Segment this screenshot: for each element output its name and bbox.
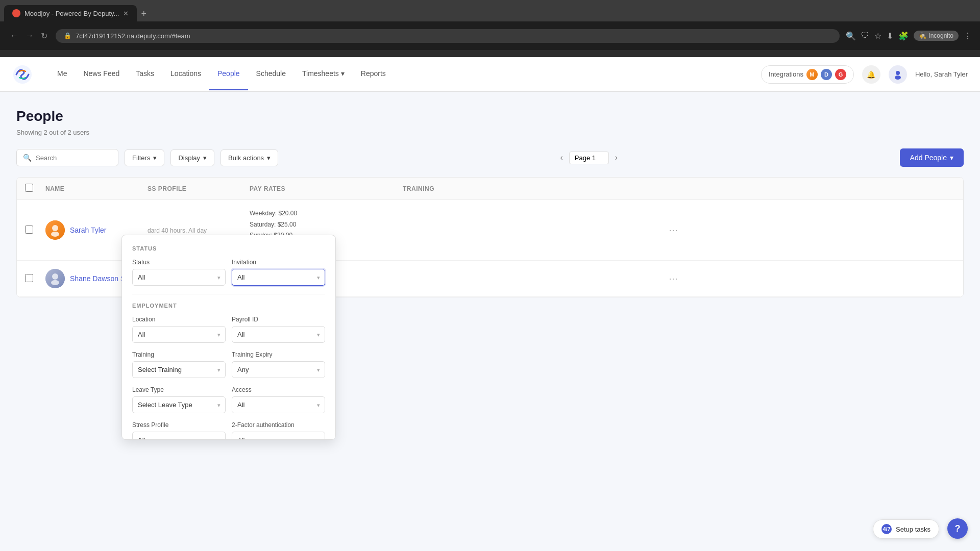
svg-point-7 xyxy=(52,273,58,280)
two-factor-select[interactable]: All xyxy=(232,432,325,439)
training-select-wrap: Select Training xyxy=(132,361,226,378)
next-page-button[interactable]: › xyxy=(611,151,622,164)
nav-reports[interactable]: Reports xyxy=(353,58,394,90)
add-people-button[interactable]: Add People ▾ xyxy=(900,148,964,167)
lock-icon: 🔒 xyxy=(64,32,71,39)
refresh-button[interactable]: ↻ xyxy=(39,29,50,43)
row2-checkbox[interactable] xyxy=(25,274,45,284)
status-field: Status All xyxy=(132,259,226,286)
nav-tasks[interactable]: Tasks xyxy=(128,58,162,90)
location-select[interactable]: All xyxy=(132,326,226,343)
nav-buttons: ← → ↻ xyxy=(8,29,50,43)
location-field: Location All xyxy=(132,316,226,343)
tab-close-button[interactable]: ✕ xyxy=(123,10,129,17)
integration-avatar-2: D xyxy=(821,69,832,80)
tab-favicon xyxy=(12,9,20,17)
url-text: 7cf47d19112152.na.deputy.com/#team xyxy=(76,32,190,40)
browser-actions: 🔍 🛡 ☆ ⬇ 🧩 🕵 Incognito ⋮ xyxy=(846,31,972,41)
select-all-checkbox[interactable] xyxy=(25,184,45,193)
filters-label: Filters xyxy=(132,154,150,162)
app-logo[interactable] xyxy=(12,64,33,85)
header-right: Integrations M D G 🔔 Hello, Sarah Tyler xyxy=(761,65,968,84)
status-select-wrap: All xyxy=(132,269,226,286)
extensions-icon[interactable]: 🧩 xyxy=(898,31,909,41)
training-row: Training Select Training Training Expiry… xyxy=(132,351,325,378)
nav-locations[interactable]: Locations xyxy=(162,58,209,90)
stress-profile-select[interactable]: All xyxy=(132,432,226,439)
training-expiry-label: Training Expiry xyxy=(232,351,325,358)
col-ss-profile: ss Profile xyxy=(148,185,250,192)
prev-page-button[interactable]: ‹ xyxy=(556,151,567,164)
training-expiry-select[interactable]: Any xyxy=(232,361,325,378)
payroll-id-select[interactable]: All xyxy=(232,326,325,343)
training-expiry-select-wrap: Any xyxy=(232,361,325,378)
leave-type-select[interactable]: Select Leave Type xyxy=(132,396,226,413)
access-select[interactable]: All xyxy=(232,396,325,413)
bulk-actions-button[interactable]: Bulk actions ▾ xyxy=(220,149,278,166)
display-button[interactable]: Display ▾ xyxy=(170,149,214,166)
address-input[interactable]: 🔒 7cf47d19112152.na.deputy.com/#team xyxy=(56,29,840,43)
avatar-shane xyxy=(45,269,65,288)
leave-type-select-wrap: Select Leave Type xyxy=(132,396,226,413)
nav-people[interactable]: People xyxy=(209,58,248,90)
help-button[interactable]: ? xyxy=(947,518,968,539)
nav-timesheets[interactable]: Timesheets ▾ xyxy=(294,58,353,90)
setup-tasks-count: 4/7 xyxy=(881,524,892,534)
page-navigation: ‹ Page 1 › xyxy=(556,151,622,164)
person-name-shane[interactable]: Shane Dawson S xyxy=(70,274,125,283)
invitation-select-wrap: All xyxy=(232,269,325,286)
incognito-label: Incognito xyxy=(928,32,953,39)
page-title: People xyxy=(16,108,964,124)
add-people-chevron-icon: ▾ xyxy=(950,154,953,162)
forward-button[interactable]: → xyxy=(23,29,36,43)
col-name: Name xyxy=(45,185,148,192)
nav-me[interactable]: Me xyxy=(49,58,75,90)
training-select[interactable]: Select Training xyxy=(132,361,226,378)
search-browser-icon[interactable]: 🔍 xyxy=(846,31,856,41)
bookmark-star-icon[interactable]: ☆ xyxy=(874,31,881,41)
user-avatar[interactable] xyxy=(889,65,907,84)
two-factor-field: 2-Factor authentication All xyxy=(232,421,325,439)
toolbar: 🔍 Filters ▾ Display ▾ Bulk actions ▾ ‹ P… xyxy=(16,148,964,167)
page-select[interactable]: Page 1 xyxy=(569,152,609,164)
person-name-sarah[interactable]: Sarah Tyler xyxy=(70,226,106,234)
more-options-icon[interactable]: ⋮ xyxy=(964,31,972,41)
search-box[interactable]: 🔍 xyxy=(16,149,118,166)
download-icon[interactable]: ⬇ xyxy=(887,31,893,41)
bulk-actions-label: Bulk actions xyxy=(228,154,264,162)
row1-checkbox[interactable] xyxy=(25,226,45,235)
new-tab-button[interactable]: + xyxy=(137,7,151,21)
help-icon: ? xyxy=(955,523,961,534)
integrations-button[interactable]: Integrations M D G xyxy=(761,65,854,84)
setup-tasks-badge[interactable]: 4/7 Setup tasks xyxy=(873,519,939,539)
nav-schedule[interactable]: Schedule xyxy=(248,58,294,90)
search-input[interactable] xyxy=(36,154,112,162)
row1-more-button[interactable]: ⋯ xyxy=(658,224,689,236)
back-button[interactable]: ← xyxy=(8,29,20,43)
status-select[interactable]: All xyxy=(132,269,226,286)
filters-button[interactable]: Filters ▾ xyxy=(125,149,164,166)
training-field: Training Select Training xyxy=(132,351,226,378)
invitation-field: Invitation All xyxy=(232,259,325,286)
leave-access-row: Leave Type Select Leave Type Access All xyxy=(132,386,325,413)
filter-scroll-area: STATUS Status All Invitation All xyxy=(122,235,335,439)
leave-type-label: Leave Type xyxy=(132,386,226,393)
shield-icon[interactable]: 🛡 xyxy=(861,31,869,40)
page-content: People Showing 2 out of 2 users 🔍 Filter… xyxy=(0,92,980,551)
invitation-select[interactable]: All xyxy=(232,269,325,286)
location-label: Location xyxy=(132,316,226,323)
stress-profile-select-wrap: All xyxy=(132,432,226,439)
notification-button[interactable]: 🔔 xyxy=(862,65,880,84)
training-expiry-field: Training Expiry Any xyxy=(232,351,325,378)
page-subtitle: Showing 2 out of 2 users xyxy=(16,129,964,136)
hello-user-text: Hello, Sarah Tyler xyxy=(915,70,968,78)
two-factor-select-wrap: All xyxy=(232,432,325,439)
access-label: Access xyxy=(232,386,325,393)
svg-point-8 xyxy=(51,280,59,285)
active-tab[interactable]: Moodjoy - Powered By Deputy... ✕ xyxy=(4,5,137,21)
table-header: Name ss Profile Pay Rates Training xyxy=(17,178,963,200)
nav-news-feed[interactable]: News Feed xyxy=(75,58,128,90)
integration-avatar-1: M xyxy=(806,69,818,80)
filters-chevron-icon: ▾ xyxy=(153,154,157,162)
row2-more-button[interactable]: ⋯ xyxy=(658,273,689,284)
